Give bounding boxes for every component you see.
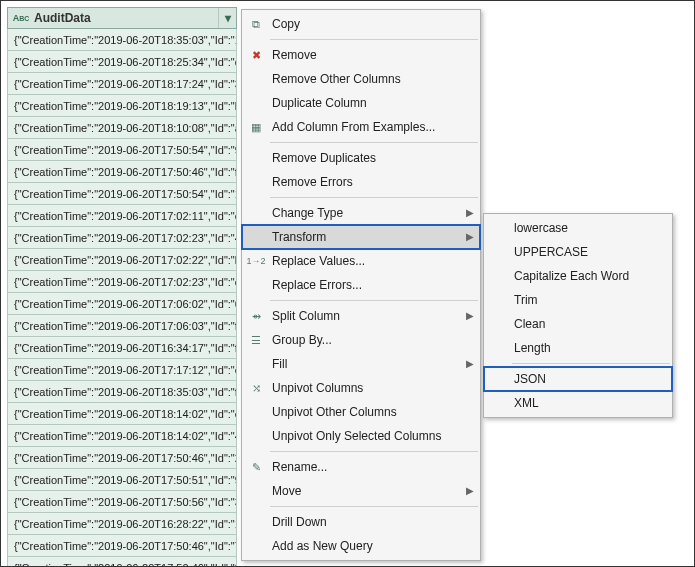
table-row[interactable]: {"CreationTime":"2019-06-20T17:50:46","I… bbox=[7, 447, 237, 469]
unpivot-icon: ⤭ bbox=[248, 380, 264, 396]
menu-remove[interactable]: ✖ Remove bbox=[242, 43, 480, 67]
submenu-xml[interactable]: XML bbox=[484, 391, 672, 415]
column-rows: {"CreationTime":"2019-06-20T18:35:03","I… bbox=[7, 29, 237, 567]
submenu-lowercase[interactable]: lowercase bbox=[484, 216, 672, 240]
chevron-right-icon: ▶ bbox=[466, 231, 474, 242]
submenu-json[interactable]: JSON bbox=[484, 367, 672, 391]
menu-unpivot-columns[interactable]: ⤭ Unpivot Columns bbox=[242, 376, 480, 400]
chevron-right-icon: ▶ bbox=[466, 207, 474, 218]
column-auditdata: ABC AuditData ▾ {"CreationTime":"2019-06… bbox=[7, 7, 237, 567]
chevron-right-icon: ▶ bbox=[466, 310, 474, 321]
table-row[interactable]: {"CreationTime":"2019-06-20T17:02:23","I… bbox=[7, 227, 237, 249]
chevron-right-icon: ▶ bbox=[466, 358, 474, 369]
table-row[interactable]: {"CreationTime":"2019-06-20T16:34:17","I… bbox=[7, 337, 237, 359]
rename-icon: ✎ bbox=[248, 459, 264, 475]
table-row[interactable]: {"CreationTime":"2019-06-20T17:50:46","I… bbox=[7, 535, 237, 557]
menu-copy[interactable]: ⧉ Copy bbox=[242, 12, 480, 36]
menu-fill[interactable]: Fill ▶ bbox=[242, 352, 480, 376]
menu-transform[interactable]: Transform ▶ bbox=[242, 225, 480, 249]
menu-separator bbox=[270, 300, 478, 301]
table-row[interactable]: {"CreationTime":"2019-06-20T17:50:54","I… bbox=[7, 139, 237, 161]
menu-remove-other-columns[interactable]: Remove Other Columns bbox=[242, 67, 480, 91]
table-row[interactable]: {"CreationTime":"2019-06-20T18:14:02","I… bbox=[7, 403, 237, 425]
table-row[interactable]: {"CreationTime":"2019-06-20T17:50:56","I… bbox=[7, 491, 237, 513]
menu-separator bbox=[270, 39, 478, 40]
menu-remove-errors[interactable]: Remove Errors bbox=[242, 170, 480, 194]
table-row[interactable]: {"CreationTime":"2019-06-20T17:50:51","I… bbox=[7, 469, 237, 491]
menu-replace-values[interactable]: 1→2 Replace Values... bbox=[242, 249, 480, 273]
split-icon: ⇴ bbox=[248, 308, 264, 324]
menu-replace-errors[interactable]: Replace Errors... bbox=[242, 273, 480, 297]
menu-unpivot-other-columns[interactable]: Unpivot Other Columns bbox=[242, 400, 480, 424]
column-header[interactable]: ABC AuditData ▾ bbox=[7, 7, 237, 29]
menu-separator bbox=[270, 506, 478, 507]
table-row[interactable]: {"CreationTime":"2019-06-20T17:50:54","I… bbox=[7, 183, 237, 205]
table-row[interactable]: {"CreationTime":"2019-06-20T18:25:34","I… bbox=[7, 51, 237, 73]
table-row[interactable]: {"CreationTime":"2019-06-20T18:19:13","I… bbox=[7, 95, 237, 117]
menu-rename[interactable]: ✎ Rename... bbox=[242, 455, 480, 479]
table-row[interactable]: {"CreationTime":"2019-06-20T17:17:12","I… bbox=[7, 359, 237, 381]
table-row[interactable]: {"CreationTime":"2019-06-20T17:50:46","I… bbox=[7, 161, 237, 183]
table-row[interactable]: {"CreationTime":"2019-06-20T18:35:03","I… bbox=[7, 381, 237, 403]
table-row[interactable]: {"CreationTime":"2019-06-20T17:06:02","I… bbox=[7, 293, 237, 315]
menu-split-column[interactable]: ⇴ Split Column ▶ bbox=[242, 304, 480, 328]
menu-add-column-from-examples[interactable]: ▦ Add Column From Examples... bbox=[242, 115, 480, 139]
menu-move[interactable]: Move ▶ bbox=[242, 479, 480, 503]
menu-group-by[interactable]: ☰ Group By... bbox=[242, 328, 480, 352]
table-row[interactable]: {"CreationTime":"2019-06-20T18:10:08","I… bbox=[7, 117, 237, 139]
copy-icon: ⧉ bbox=[248, 16, 264, 32]
datatype-icon[interactable]: ABC bbox=[12, 9, 30, 27]
submenu-capitalize[interactable]: Capitalize Each Word bbox=[484, 264, 672, 288]
table-row[interactable]: {"CreationTime":"2019-06-20T16:28:22","I… bbox=[7, 513, 237, 535]
context-menu: ⧉ Copy ✖ Remove Remove Other Columns Dup… bbox=[241, 9, 481, 561]
menu-remove-duplicates[interactable]: Remove Duplicates bbox=[242, 146, 480, 170]
submenu-length[interactable]: Length bbox=[484, 336, 672, 360]
table-row[interactable]: {"CreationTime":"2019-06-20T18:17:24","I… bbox=[7, 73, 237, 95]
table-row[interactable]: {"CreationTime":"2019-06-20T17:02:22","I… bbox=[7, 249, 237, 271]
remove-icon: ✖ bbox=[248, 47, 264, 63]
menu-change-type[interactable]: Change Type ▶ bbox=[242, 201, 480, 225]
submenu-clean[interactable]: Clean bbox=[484, 312, 672, 336]
menu-separator bbox=[270, 142, 478, 143]
menu-separator bbox=[270, 197, 478, 198]
menu-add-as-new-query[interactable]: Add as New Query bbox=[242, 534, 480, 558]
menu-separator bbox=[270, 451, 478, 452]
table-row[interactable]: {"CreationTime":"2019-06-20T18:35:03","I… bbox=[7, 29, 237, 51]
menu-drill-down[interactable]: Drill Down bbox=[242, 510, 480, 534]
table-row[interactable]: {"CreationTime":"2019-06-20T17:06:03","I… bbox=[7, 315, 237, 337]
filter-dropdown-icon[interactable]: ▾ bbox=[218, 8, 236, 28]
menu-separator bbox=[512, 363, 670, 364]
column-title: AuditData bbox=[34, 11, 91, 25]
table-row[interactable]: {"CreationTime":"2019-06-20T17:50:46","I… bbox=[7, 557, 237, 567]
replace-icon: 1→2 bbox=[248, 253, 264, 269]
table-row[interactable]: {"CreationTime":"2019-06-20T17:02:23","I… bbox=[7, 271, 237, 293]
table-row[interactable]: {"CreationTime":"2019-06-20T17:02:11","I… bbox=[7, 205, 237, 227]
table-icon: ▦ bbox=[248, 119, 264, 135]
submenu-uppercase[interactable]: UPPERCASE bbox=[484, 240, 672, 264]
group-icon: ☰ bbox=[248, 332, 264, 348]
chevron-right-icon: ▶ bbox=[466, 485, 474, 496]
menu-duplicate-column[interactable]: Duplicate Column bbox=[242, 91, 480, 115]
menu-unpivot-selected-columns[interactable]: Unpivot Only Selected Columns bbox=[242, 424, 480, 448]
table-row[interactable]: {"CreationTime":"2019-06-20T18:14:02","I… bbox=[7, 425, 237, 447]
transform-submenu: lowercase UPPERCASE Capitalize Each Word… bbox=[483, 213, 673, 418]
submenu-trim[interactable]: Trim bbox=[484, 288, 672, 312]
